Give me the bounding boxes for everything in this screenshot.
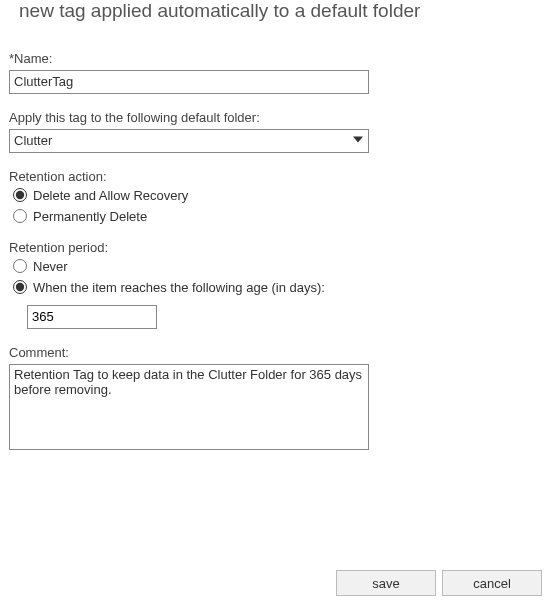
radio-delete-recover[interactable]	[13, 188, 27, 202]
radio-age[interactable]	[13, 280, 27, 294]
radio-age-label: When the item reaches the following age …	[33, 280, 325, 295]
radio-perm-delete-label: Permanently Delete	[33, 209, 147, 224]
folder-select[interactable]: Clutter	[9, 129, 369, 153]
radio-delete-recover-label: Delete and Allow Recovery	[33, 188, 188, 203]
name-input[interactable]	[9, 70, 369, 94]
retention-action-label: Retention action:	[9, 169, 542, 184]
cancel-button[interactable]: cancel	[442, 570, 542, 596]
comment-textarea[interactable]	[9, 364, 369, 450]
save-button[interactable]: save	[336, 570, 436, 596]
name-label: *Name:	[9, 51, 542, 66]
page-title: new tag applied automatically to a defau…	[19, 0, 542, 23]
comment-label: Comment:	[9, 345, 542, 360]
radio-never-label: Never	[33, 259, 68, 274]
age-days-input[interactable]	[27, 305, 157, 329]
radio-perm-delete[interactable]	[13, 209, 27, 223]
folder-label: Apply this tag to the following default …	[9, 110, 542, 125]
retention-period-label: Retention period:	[9, 240, 542, 255]
radio-never[interactable]	[13, 259, 27, 273]
